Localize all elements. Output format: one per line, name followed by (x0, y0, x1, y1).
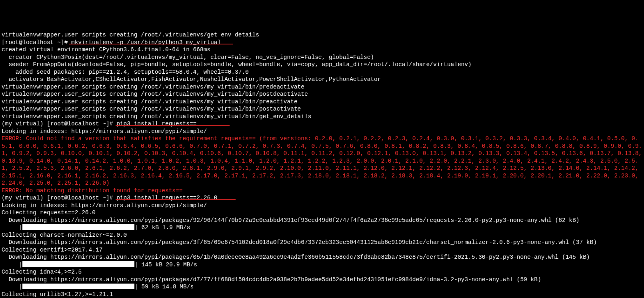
terminal-line: Downloading https://mirrors.aliyun.com/p… (2, 217, 642, 224)
progress-tail: | 145 kB 20.9 MB/s (134, 262, 197, 268)
progress-tail: | 62 kB 1.9 MB/s (134, 224, 190, 231)
terminal-line: Collecting urllib3<1.27,>=1.21.1 (2, 291, 642, 298)
terminal-line: ERROR: No matching distribution found fo… (2, 187, 642, 195)
progress-bar (22, 224, 134, 230)
terminal-line: virtualenvwrapper.user_scripts creating … (2, 83, 642, 91)
terminal-line: ERROR: Could not find a version that sat… (2, 135, 642, 187)
terminal-line: activators BashActivator,CShellActivator… (2, 76, 642, 83)
terminal-line: virtualenvwrapper.user_scripts creating … (2, 98, 642, 106)
terminal-line: added seed packages: pip==21.2.4, setupt… (2, 68, 642, 76)
terminal-line: virtualenvwrapper.user_scripts creating … (2, 105, 642, 113)
terminal-line: Looking in indexes: https://mirrors.aliy… (2, 202, 642, 209)
underline-annotation (116, 199, 236, 200)
terminal-line: Collecting requests==2.26.0 (2, 209, 642, 217)
terminal-line: Collecting charset-normalizer~=2.0.0 (2, 232, 642, 239)
terminal-line: (my_virtual) [root@localhost ~]# pip3 in… (2, 120, 642, 128)
terminal-line: seeder FromAppData(download=False, pip=b… (2, 61, 642, 68)
terminal-line: created virtual environment CPython3.6.4… (2, 46, 642, 54)
terminal-line: Downloading https://mirrors.aliyun.com/p… (2, 239, 642, 246)
progress-tail: | 59 kB 14.8 MB/s (134, 284, 194, 290)
terminal-line: virtualenvwrapper.user_scripts creating … (2, 113, 642, 121)
progress-bar (22, 284, 134, 289)
terminal-line: || 62 kB 1.9 MB/s (2, 224, 642, 232)
terminal-root[interactable]: virtualenvwrapper.user_scripts creating … (2, 31, 642, 298)
terminal-line: || 59 kB 14.8 MB/s (2, 283, 642, 291)
terminal-line: Collecting idna<4,>=2.5 (2, 268, 642, 276)
underline-annotation (116, 125, 230, 126)
terminal-line: Downloading https://mirrors.aliyun.com/p… (2, 276, 642, 284)
terminal-line: virtualenvwrapper.user_scripts creating … (2, 91, 642, 98)
progress-bar (22, 261, 134, 267)
terminal-line: Collecting certifi>=2017.4.17 (2, 246, 642, 254)
underline-annotation (69, 44, 233, 44)
terminal-line: virtualenvwrapper.user_scripts creating … (2, 31, 642, 39)
progress-prefix: | (2, 224, 22, 231)
terminal-line: [root@localhost ~]# mkvirtualenv -p /usr… (2, 39, 642, 46)
terminal-line: Looking in indexes: https://mirrors.aliy… (2, 128, 642, 135)
progress-prefix: | (2, 262, 22, 268)
terminal-line: (my_virtual) [root@localhost ~]# pip3 in… (2, 194, 642, 202)
terminal-line: Downloading https://mirrors.aliyun.com/p… (2, 254, 642, 261)
progress-prefix: | (2, 284, 22, 290)
terminal-line: creator CPython3Posix(dest=/root/.virtua… (2, 54, 642, 61)
terminal-line: || 145 kB 20.9 MB/s (2, 261, 642, 269)
